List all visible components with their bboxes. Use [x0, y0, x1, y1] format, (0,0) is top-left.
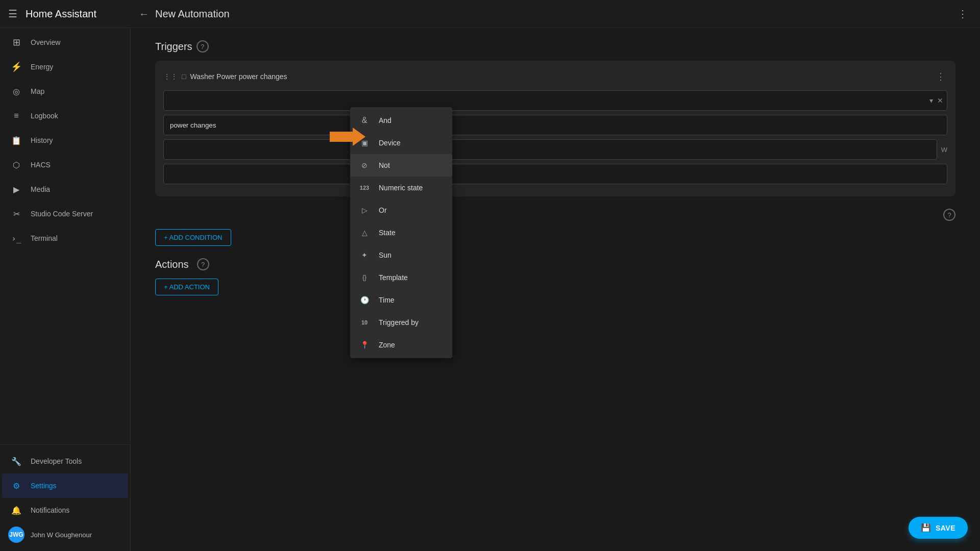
dropdown-item-sun[interactable]: ✦ Sun: [350, 244, 452, 266]
sidebar-item-label: Studio Code Server: [31, 210, 93, 218]
dropdown-label-state: State: [379, 229, 396, 237]
sidebar-item-energy[interactable]: ⚡ Energy: [2, 55, 128, 79]
dropdown-item-state[interactable]: △ State: [350, 221, 452, 244]
actions-title: Actions: [155, 259, 189, 270]
dropdown-label-triggered-by: Triggered by: [379, 318, 419, 327]
app-title: Home Assistant: [26, 8, 96, 20]
trigger-card-header: ⋮⋮ □ Washer Power power changes ⋮: [163, 69, 947, 84]
sidebar-item-terminal[interactable]: ›_ Terminal: [2, 226, 128, 251]
device-dropdown-icon[interactable]: ▾: [929, 96, 933, 105]
trigger-expand-icon: □: [182, 72, 186, 81]
add-condition-row: + ADD CONDITION: [155, 229, 955, 246]
dropdown-item-triggered-by[interactable]: 10 Triggered by: [350, 311, 452, 334]
dropdown-item-template[interactable]: {} Template: [350, 266, 452, 289]
dropdown-item-or[interactable]: ▷ Or: [350, 199, 452, 221]
dropdown-label-or: Or: [379, 206, 387, 214]
save-button[interactable]: 💾 SAVE: [909, 517, 968, 539]
value-field-row: W: [163, 139, 947, 160]
sidebar-bottom: 🔧 Developer Tools ⚙ Settings 🔔 Notificat…: [0, 444, 130, 551]
sidebar-item-settings[interactable]: ⚙ Settings: [2, 473, 128, 498]
studio-icon: ✂: [10, 208, 22, 220]
triggered-by-icon: 10: [358, 319, 371, 325]
sidebar-item-developer[interactable]: 🔧 Developer Tools: [2, 449, 128, 473]
menu-icon[interactable]: ☰: [8, 8, 17, 20]
avatar: JWG: [8, 527, 24, 543]
trigger-drag-icon: ⋮⋮: [163, 72, 178, 81]
state-icon: △: [358, 229, 371, 237]
logbook-icon: ≡: [10, 110, 22, 122]
sidebar-item-label: Media: [31, 185, 50, 193]
triggers-header: Triggers ?: [155, 40, 955, 53]
dropdown-label-zone: Zone: [379, 341, 395, 349]
trigger-card: ⋮⋮ □ Washer Power power changes ⋮ ✕ ▾ po…: [155, 61, 955, 196]
dropdown-label-device: Device: [379, 139, 401, 147]
sidebar-item-history[interactable]: 📋 History: [2, 128, 128, 153]
topbar-center: ← New Automation: [139, 8, 953, 20]
terminal-icon: ›_: [10, 232, 22, 244]
sidebar-item-label: Energy: [31, 63, 53, 71]
conditions-help-icon[interactable]: ?: [943, 209, 955, 221]
topbar-right: ⋮: [953, 8, 972, 20]
triggers-title: Triggers: [155, 41, 192, 53]
trigger-title: Washer Power power changes: [190, 72, 934, 81]
device-field-container: ✕ ▾: [163, 90, 947, 111]
dropdown-item-and[interactable]: & And: [350, 109, 452, 132]
trigger-more-icon[interactable]: ⋮: [934, 69, 947, 84]
save-label: SAVE: [936, 524, 955, 532]
sidebar-notifications-label: Notifications: [31, 506, 69, 514]
extra-field-row: [163, 164, 947, 184]
triggers-help-icon[interactable]: ?: [197, 40, 209, 53]
hacs-icon: ⬡: [10, 159, 22, 171]
dropdown-item-time[interactable]: 🕐 Time: [350, 289, 452, 311]
dropdown-item-numeric-state[interactable]: 123 Numeric state: [350, 177, 452, 199]
svg-marker-0: [330, 128, 365, 146]
device-input[interactable]: [163, 90, 947, 111]
arrow-pointer: [330, 128, 365, 146]
device-field-row: ✕ ▾: [163, 90, 947, 111]
sidebar-item-media[interactable]: ▶ Media: [2, 177, 128, 202]
add-action-button[interactable]: + ADD ACTION: [155, 279, 218, 295]
dropdown-label-and: And: [379, 116, 391, 124]
actions-help-icon[interactable]: ?: [197, 258, 209, 270]
user-profile[interactable]: JWG John W Goughenour: [0, 522, 130, 547]
state-select[interactable]: power changes: [163, 115, 947, 135]
content-area: Triggers ? ⋮⋮ □ Washer Power power chang…: [131, 28, 980, 551]
sidebar-item-hacs[interactable]: ⬡ HACS: [2, 153, 128, 177]
template-icon: {}: [358, 274, 371, 281]
sidebar-item-label: Terminal: [31, 234, 58, 242]
dropdown-item-zone[interactable]: 📍 Zone: [350, 334, 452, 356]
dropdown-item-not[interactable]: ⊘ Not: [350, 154, 452, 177]
value-unit: W: [941, 146, 947, 154]
clear-device-icon[interactable]: ✕: [937, 96, 943, 105]
more-options-icon[interactable]: ⋮: [953, 4, 972, 23]
notification-icon: 🔔: [10, 504, 22, 516]
sidebar-item-label: Settings: [31, 482, 57, 490]
sidebar-item-studio[interactable]: ✂ Studio Code Server: [2, 202, 128, 226]
sidebar-item-label: Overview: [31, 38, 60, 46]
add-condition-button[interactable]: + ADD CONDITION: [155, 229, 231, 246]
state-field-row: power changes: [163, 115, 947, 135]
dropdown-label-numeric-state: Numeric state: [379, 184, 423, 192]
sidebar-item-overview[interactable]: ⊞ Overview: [2, 30, 128, 55]
condition-type-dropdown: & And ▣ Device ⊘ Not 123 Numeric state ▷…: [350, 107, 452, 358]
sidebar-item-label: Developer Tools: [31, 457, 82, 465]
or-icon: ▷: [358, 206, 371, 214]
back-icon[interactable]: ←: [139, 8, 149, 20]
value-input[interactable]: [163, 139, 937, 160]
dropdown-item-device[interactable]: ▣ Device: [350, 132, 452, 154]
sidebar-item-notifications[interactable]: 🔔 Notifications: [2, 498, 128, 522]
dropdown-label-sun: Sun: [379, 251, 391, 259]
numeric-state-icon: 123: [358, 185, 371, 191]
history-icon: 📋: [10, 134, 22, 146]
map-icon: ◎: [10, 85, 22, 97]
sun-icon: ✦: [358, 251, 371, 259]
media-icon: ▶: [10, 183, 22, 195]
sidebar-item-logbook[interactable]: ≡ Logbook: [2, 104, 128, 128]
add-action-row: + ADD ACTION: [155, 279, 955, 295]
extra-input[interactable]: [163, 164, 947, 184]
conditions-header: ?: [155, 209, 955, 221]
zone-icon: 📍: [358, 341, 371, 349]
developer-icon: 🔧: [10, 455, 22, 467]
sidebar-item-map[interactable]: ◎ Map: [2, 79, 128, 104]
topbar: ☰ Home Assistant ← New Automation ⋮: [0, 0, 980, 28]
